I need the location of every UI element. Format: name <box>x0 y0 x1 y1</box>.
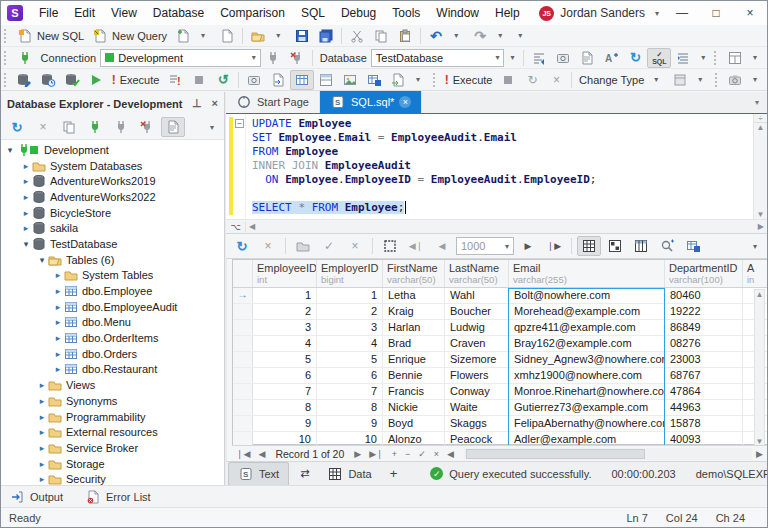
grid-vertical-scrollbar[interactable]: ▲▼ <box>754 289 765 447</box>
grid-cell[interactable]: Conway <box>445 384 509 399</box>
results-to-file-button[interactable] <box>266 70 290 90</box>
layout-button[interactable]: ▾ <box>723 48 767 68</box>
expander-closed-icon[interactable]: ▸ <box>53 349 63 359</box>
tree-item[interactable]: ▸dbo.Employee <box>1 283 224 299</box>
query-plan-button[interactable] <box>242 70 266 90</box>
stop-button[interactable] <box>187 70 211 90</box>
grid-row[interactable]: 99BoydSkaggsFelipaAbernathy@nowhere.com1… <box>233 416 767 432</box>
grid-cell[interactable]: Monroe.Rinehart@nowhere.com <box>509 384 665 399</box>
pane-split-icon[interactable]: ⌥ <box>226 222 246 232</box>
grid-cell[interactable]: Sizemore <box>445 352 509 367</box>
expander-open-icon[interactable]: ▾ <box>37 255 47 265</box>
disconnect-button[interactable] <box>285 48 309 68</box>
column-header-departmentid[interactable]: DepartmentIDvarchar(100) <box>665 260 743 287</box>
expander-closed-icon[interactable]: ▸ <box>37 427 47 437</box>
grid-cell[interactable]: 3 <box>253 320 317 335</box>
sql-syntax-check-toggle[interactable]: ✓SQL <box>647 48 671 68</box>
grid-row[interactable]: 22KraigBoucherMorehead@example.com19222 <box>233 304 767 320</box>
grid-cell[interactable]: 80460 <box>665 288 743 303</box>
explorer-overflow-caret-icon[interactable]: ▾ <box>204 123 220 132</box>
editor-horizontal-scrollbar[interactable]: ⌥ ◀ ▶ <box>226 219 767 233</box>
grid-row[interactable]: 66BennieFlowersxmhz1900@nowhere.com68767 <box>233 368 767 384</box>
grid-cell[interactable]: 7 <box>253 384 317 399</box>
page-size-select[interactable]: 1000 ▾ <box>456 237 514 255</box>
explorer-disconnect-button[interactable] <box>135 117 159 137</box>
results-grid[interactable]: EmployeeIDintEmployerIDbigintFirstNameva… <box>232 259 767 445</box>
group-caret-icon[interactable]: ▾ <box>695 53 711 62</box>
grid-row[interactable]: 55EnriqueSizemoreSidney_Agnew3@nowhere.c… <box>233 352 767 368</box>
grid-cell[interactable]: 15878 <box>665 416 743 431</box>
execute-script-button[interactable]: ! <box>163 70 187 90</box>
toolbar-grip[interactable] <box>715 73 720 87</box>
window-mode-button[interactable]: ▾ <box>668 70 712 90</box>
snapshot-button[interactable]: ▾ <box>723 70 767 90</box>
maximize-button[interactable]: □ <box>699 1 733 25</box>
column-header-email[interactable]: Emailvarchar(255) <box>509 260 665 287</box>
find-button[interactable] <box>655 236 679 256</box>
grid-cell[interactable]: 2 <box>253 304 317 319</box>
expander-closed-icon[interactable]: ▸ <box>21 192 31 202</box>
prev-record-button[interactable]: ◀ <box>254 449 269 459</box>
tree-item[interactable]: ▸AdventureWorks2022 <box>1 189 224 205</box>
first-page-button[interactable]: ◀❘ <box>404 236 428 256</box>
grid-cell[interactable]: 86849 <box>665 320 743 335</box>
grid-cell[interactable]: 19222 <box>665 304 743 319</box>
save-grid-button[interactable] <box>362 70 386 90</box>
chart-view-button[interactable] <box>338 70 362 90</box>
export-button[interactable]: ▾ <box>386 70 430 90</box>
new-window-button[interactable] <box>215 26 239 46</box>
sql-editor[interactable]: − UPDATE EmployeeSET Employee.Email = Em… <box>226 114 767 219</box>
db-history-button[interactable] <box>36 70 60 90</box>
paging-button[interactable] <box>378 236 402 256</box>
expander-closed-icon[interactable]: ▸ <box>53 270 63 280</box>
expander-closed-icon[interactable]: ▸ <box>21 176 31 186</box>
refresh2-button[interactable]: ↻ <box>520 70 544 90</box>
grid-cell[interactable]: Sidney_Agnew3@nowhere.com <box>509 352 665 367</box>
tree-item[interactable]: ▾Tables (6) <box>1 252 224 268</box>
explorer-delete-button[interactable]: × <box>31 117 55 137</box>
column-header-employeeid[interactable]: EmployeeIDint <box>253 260 317 287</box>
grid-cell[interactable]: 5 <box>253 352 317 367</box>
grid-cell[interactable]: 1 <box>253 288 317 303</box>
menu-database[interactable]: Database <box>145 2 212 24</box>
tree-item[interactable]: ▸Storage <box>1 456 224 472</box>
tab-output[interactable]: Output <box>9 489 63 505</box>
grid-cell[interactable]: Bray162@example.com <box>509 336 665 351</box>
swap-panes-button[interactable]: ⇄ <box>291 464 318 483</box>
grid-commit-button[interactable] <box>291 236 315 256</box>
grid-cell[interactable]: 68767 <box>665 368 743 383</box>
tree-item[interactable]: ▸dbo.Orders <box>1 346 224 362</box>
grid-cell[interactable]: Boyd <box>383 416 445 431</box>
panel-close-icon[interactable]: × <box>212 97 218 110</box>
expander-closed-icon[interactable]: ▸ <box>53 333 63 343</box>
menu-help[interactable]: Help <box>487 2 528 24</box>
column-header-firstname[interactable]: FirstNamevarchar(50) <box>383 260 445 287</box>
tree-item[interactable]: ▸Security <box>1 471 224 485</box>
grid-cell[interactable]: 8 <box>253 400 317 415</box>
bookmark-button[interactable] <box>575 48 599 68</box>
grid-cell[interactable]: 4 <box>253 336 317 351</box>
stop2-button[interactable] <box>496 70 520 90</box>
first-record-button[interactable]: ❘◀ <box>232 449 254 459</box>
connect-button[interactable] <box>261 48 285 68</box>
export-data-button[interactable] <box>681 236 705 256</box>
tab-start-page[interactable]: Start Page <box>226 91 320 113</box>
tree-item[interactable]: ▸Service Broker <box>1 440 224 456</box>
last-page-button[interactable]: ❘▶ <box>542 236 566 256</box>
pin-icon[interactable]: ⊥ <box>192 97 202 110</box>
tree-item[interactable]: ▸Programmability <box>1 409 224 425</box>
grid-cell[interactable]: Ludwig <box>445 320 509 335</box>
grid-cell[interactable]: Brad <box>383 336 445 351</box>
toolbar-grip[interactable] <box>714 51 720 65</box>
tree-item[interactable]: ▸External resources <box>1 424 224 440</box>
toolbar-grip[interactable] <box>433 73 438 87</box>
grid-cell[interactable]: 1 <box>317 288 383 303</box>
new-connection-button[interactable] <box>13 48 37 68</box>
undo-button[interactable]: ↶▾ <box>424 26 468 46</box>
redo-button[interactable]: ↷▾ <box>468 26 512 46</box>
grid-cell[interactable]: Nickie <box>383 400 445 415</box>
expander-closed-icon[interactable]: ▸ <box>37 380 47 390</box>
grid-cell[interactable]: 2 <box>317 304 383 319</box>
format-button[interactable] <box>527 48 551 68</box>
tree-item[interactable]: ▸System Tables <box>1 268 224 284</box>
